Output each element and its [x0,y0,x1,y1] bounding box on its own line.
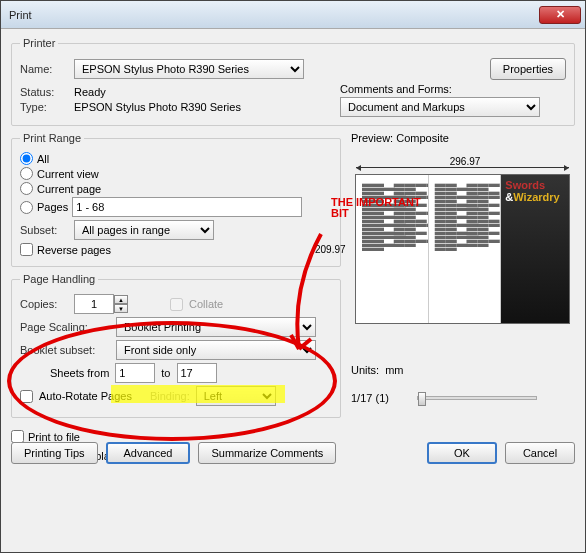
type-label: Type: [20,101,68,113]
radio-all[interactable] [20,152,33,165]
comments-select[interactable]: Document and Markups [340,97,540,117]
binding-label: Binding: [150,390,190,402]
close-button[interactable]: ✕ [539,6,581,24]
name-label: Name: [20,63,68,75]
sheets-from-input[interactable] [115,363,155,383]
printer-name-select[interactable]: EPSON Stylus Photo R390 Series [74,59,304,79]
printer-legend: Printer [20,37,58,49]
cover-word-2: Wizardry [513,191,559,203]
sheets-to-label: to [161,367,170,379]
printer-group: Printer Name: EPSON Stylus Photo R390 Se… [11,37,575,126]
scaling-select[interactable]: Booklet Printing [116,317,316,337]
printing-tips-button[interactable]: Printing Tips [11,442,98,464]
status-label: Status: [20,86,68,98]
subset-select[interactable]: All pages in range [74,220,214,240]
comments-label: Comments and Forms: [340,83,566,95]
sheets-to-input[interactable] [177,363,217,383]
radio-pages-label: Pages [37,201,68,213]
reverse-label: Reverse pages [37,244,111,256]
units-label: Units: [351,364,379,376]
copies-up-button[interactable]: ▲ [114,295,128,304]
range-legend: Print Range [20,132,84,144]
radio-current-view-label: Current view [37,168,99,180]
ok-button[interactable]: OK [427,442,497,464]
subset-label: Subset: [20,224,68,236]
pages-input[interactable] [72,197,302,217]
sheet-slider[interactable] [417,396,537,400]
sheet-position: 1/17 (1) [351,392,411,404]
reverse-checkbox[interactable] [20,243,33,256]
collate-label: Collate [189,298,223,310]
cover-word-1: Swords [505,179,545,191]
print-range-group: Print Range All Current view Current pag… [11,132,341,267]
preview-canvas: ▬▬ ▬▬▬ ▬▬ ▬▬▬▬ ▬▬ ▬▬▬ ▬▬▬▬ ▬▬ ▬▬▬ ▬▬ ▬▬▬… [355,174,570,324]
preview-legend: Preview: Composite [351,132,575,144]
autorotate-checkbox[interactable] [20,390,33,403]
preview-height-dim: 209.97 [315,244,346,255]
radio-current-page-label: Current page [37,183,101,195]
cancel-button[interactable]: Cancel [505,442,575,464]
copies-down-button[interactable]: ▼ [114,304,128,313]
radio-pages[interactable] [20,201,33,214]
booklet-label: Booklet subset: [20,344,110,356]
properties-button[interactable]: Properties [490,58,566,80]
radio-all-label: All [37,153,49,165]
print-to-file-label: Print to file [28,431,80,443]
titlebar: Print ✕ [1,1,585,29]
status-value: Ready [74,86,106,98]
summarize-button[interactable]: Summarize Comments [198,442,336,464]
handling-legend: Page Handling [20,273,98,285]
type-value: EPSON Stylus Photo R390 Series [74,101,241,113]
scaling-label: Page Scaling: [20,321,110,333]
page-handling-group: Page Handling Copies: ▲ ▼ Collate [11,273,341,418]
autorotate-label: Auto-Rotate Pages [39,390,132,402]
radio-current-view[interactable] [20,167,33,180]
copies-input[interactable] [74,294,114,314]
units-value: mm [385,364,403,376]
booklet-select[interactable]: Front side only [116,340,316,360]
radio-current-page[interactable] [20,182,33,195]
binding-select[interactable]: Left [196,386,276,406]
advanced-button[interactable]: Advanced [106,442,191,464]
sheets-from-label: Sheets from [50,367,109,379]
copies-label: Copies: [20,298,68,310]
print-dialog: Print ✕ Printer Name: EPSON Stylus Photo… [0,0,586,553]
preview-width-dim: 296.97 [355,156,575,167]
collate-checkbox [170,298,183,311]
close-icon: ✕ [556,8,565,21]
window-title: Print [9,9,539,21]
